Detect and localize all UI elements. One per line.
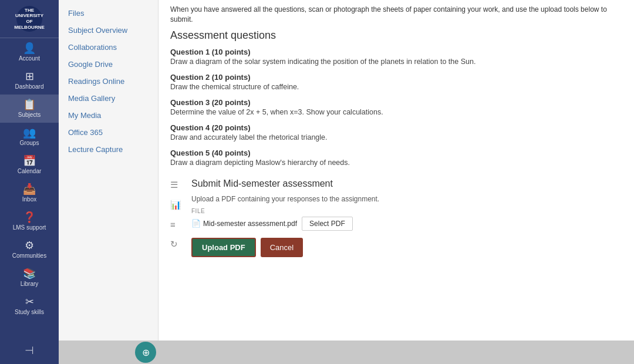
question-1: Question 1 (10 points) Draw a diagram of…: [170, 48, 616, 66]
question-3-desc: Determine the value of 2x + 5, when x=3.…: [170, 108, 616, 116]
nav-item-calendar[interactable]: 📅 Calendar: [0, 151, 59, 179]
lms-support-icon: ❓: [23, 212, 36, 223]
action-buttons: Upload PDF Cancel: [191, 238, 616, 257]
bottom-action-icon: ⊕: [142, 347, 150, 358]
question-2: Question 2 (10 points) Draw the chemical…: [170, 73, 616, 91]
nav-back-button[interactable]: ⊣: [0, 337, 59, 364]
submit-body: Submit Mid-semester assessment Upload a …: [191, 178, 616, 257]
question-2-desc: Draw the chemical structure of caffeine.: [170, 83, 616, 91]
nav-item-inbox[interactable]: 📥 Inbox: [0, 179, 59, 207]
sidebar-item-subject-overview[interactable]: Subject Overview: [59, 22, 158, 39]
question-5: Question 5 (40 points) Draw a diagram de…: [170, 149, 616, 167]
nav-item-lms-support[interactable]: ❓ LMS support: [0, 207, 59, 235]
nav-item-subjects[interactable]: 📋 Subjects: [0, 95, 59, 123]
nav-item-study-skills[interactable]: ✂ Study skills: [0, 292, 59, 320]
sidebar-item-readings-online[interactable]: Readings Online: [59, 73, 158, 90]
submit-section-icons: ☰ 📊 ≡ ↻: [170, 178, 184, 257]
main-content: When you have answered all the questions…: [158, 0, 634, 364]
study-skills-icon: ✂: [25, 296, 34, 307]
refresh-icon[interactable]: ↻: [170, 239, 184, 250]
dashboard-icon: ⊞: [25, 71, 34, 82]
nav-item-groups[interactable]: 👥 Groups: [0, 123, 59, 151]
question-5-title: Question 5 (40 points): [170, 149, 616, 157]
course-sidebar: Files Subject Overview Collaborations Go…: [59, 0, 158, 364]
bottom-action-button[interactable]: ⊕: [135, 342, 156, 363]
sidebar-item-google-drive[interactable]: Google Drive: [59, 56, 158, 73]
question-3: Question 3 (20 points) Determine the val…: [170, 98, 616, 116]
subjects-icon: 📋: [23, 99, 36, 110]
upload-pdf-button[interactable]: Upload PDF: [191, 238, 256, 257]
submit-title: Submit Mid-semester assessment: [191, 178, 616, 189]
cancel-button[interactable]: Cancel: [261, 238, 303, 257]
pdf-icon: 📄: [191, 219, 201, 228]
question-1-title: Question 1 (10 points): [170, 48, 616, 56]
inbox-icon: 📥: [23, 184, 36, 194]
nav-item-dashboard[interactable]: ⊞ Dashboard: [0, 66, 59, 95]
library-icon: 📚: [23, 268, 36, 279]
question-1-desc: Draw a diagram of the solar system indic…: [170, 58, 616, 66]
communities-icon: ⚙: [25, 240, 34, 251]
question-5-desc: Draw a diagram depicting Maslow's hierar…: [170, 159, 616, 167]
logo-image: THE UNIVERSITY OFMELBOURNE: [16, 6, 42, 32]
list-icon: ≡: [170, 220, 184, 230]
nav-item-account[interactable]: 👤 Account: [0, 38, 59, 66]
calendar-icon: 📅: [23, 156, 36, 166]
groups-icon: 👥: [23, 127, 36, 138]
question-3-title: Question 3 (20 points): [170, 98, 616, 107]
sidebar-item-media-gallery[interactable]: Media Gallery: [59, 90, 158, 107]
file-name-display: 📄 Mid-semester assessment.pdf: [191, 219, 297, 228]
sidebar-item-office-365[interactable]: Office 365: [59, 124, 158, 141]
sidebar-item-lecture-capture[interactable]: Lecture Capture: [59, 141, 158, 158]
sidebar-item-files[interactable]: Files: [59, 5, 158, 22]
file-row: 📄 Mid-semester assessment.pdf Select PDF: [191, 217, 616, 231]
bottom-bar: ⊕: [59, 341, 634, 364]
sidebar-item-my-media[interactable]: My Media: [59, 107, 158, 124]
nav-item-library[interactable]: 📚 Library: [0, 264, 59, 292]
file-label: FILE: [191, 208, 616, 214]
question-4-title: Question 4 (20 points): [170, 123, 616, 132]
question-4-desc: Draw and accurately label the rhetorical…: [170, 133, 616, 141]
select-pdf-button[interactable]: Select PDF: [302, 217, 353, 231]
left-navigation: THE UNIVERSITY OFMELBOURNE 👤 Account ⊞ D…: [0, 0, 59, 364]
account-icon: 👤: [23, 43, 36, 53]
assessment-section-title: Assessment questions: [170, 29, 616, 42]
question-2-title: Question 2 (10 points): [170, 73, 616, 82]
question-4: Question 4 (20 points) Draw and accurate…: [170, 123, 616, 141]
sidebar-item-collaborations[interactable]: Collaborations: [59, 39, 158, 56]
submit-section: ☰ 📊 ≡ ↻ Submit Mid-semester assessment U…: [170, 178, 616, 257]
menu-icon: ☰: [170, 180, 184, 190]
intro-text: When you have answered all the questions…: [170, 5, 616, 25]
chart-icon: 📊: [170, 200, 184, 210]
upload-description: Upload a PDF containing your responses t…: [191, 195, 616, 203]
nav-item-communities[interactable]: ⚙ Communities: [0, 235, 59, 264]
university-logo: THE UNIVERSITY OFMELBOURNE: [0, 0, 59, 38]
